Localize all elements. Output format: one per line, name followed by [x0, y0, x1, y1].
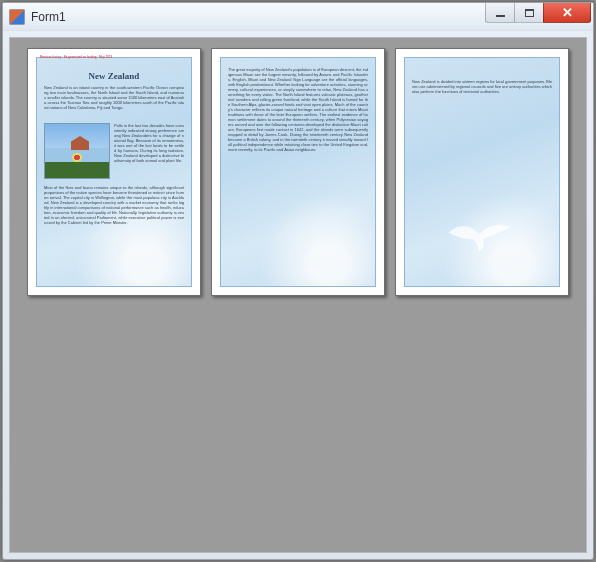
app-icon	[9, 9, 25, 25]
titlebar[interactable]: Form1 ✕	[3, 3, 593, 31]
app-window: Form1 ✕ Revision history · file generate…	[2, 2, 594, 560]
page-2-body-text: The great majority of New Zealand's popu…	[228, 67, 368, 281]
minimize-icon	[496, 15, 505, 17]
page-thumbnails: Revision history · file generated on loa…	[10, 48, 586, 296]
page-1-photo	[44, 123, 110, 179]
window-buttons: ✕	[486, 3, 591, 23]
minimize-button[interactable]	[485, 3, 515, 23]
maximize-button[interactable]	[514, 3, 544, 23]
maximize-icon	[525, 9, 534, 17]
page-thumbnail-1[interactable]: Revision history · file generated on loa…	[27, 48, 201, 296]
page-1-title: New Zealand	[28, 71, 200, 81]
close-button[interactable]: ✕	[543, 3, 591, 23]
page-1-right-text: Polls in the last two decades have consi…	[114, 123, 184, 181]
window-title: Form1	[31, 10, 66, 24]
document-viewer[interactable]: Revision history · file generated on loa…	[10, 38, 586, 552]
page-thumbnail-2[interactable]: The great majority of New Zealand's popu…	[211, 48, 385, 296]
page-1-lower-text: Most of the flora and fauna remains uniq…	[44, 185, 184, 281]
bird-graphic	[444, 219, 514, 253]
page-thumbnail-3[interactable]: New Zealand is divided into sixteen regi…	[395, 48, 569, 296]
page-1-intro-text: New Zealand is an island country in the …	[44, 85, 184, 119]
client-area: Revision history · file generated on loa…	[9, 37, 587, 553]
page-header-red: Revision history · file generated on loa…	[40, 55, 188, 59]
close-icon: ✕	[562, 5, 573, 20]
page-3-body-text: New Zealand is divided into sixteen regi…	[412, 79, 552, 107]
